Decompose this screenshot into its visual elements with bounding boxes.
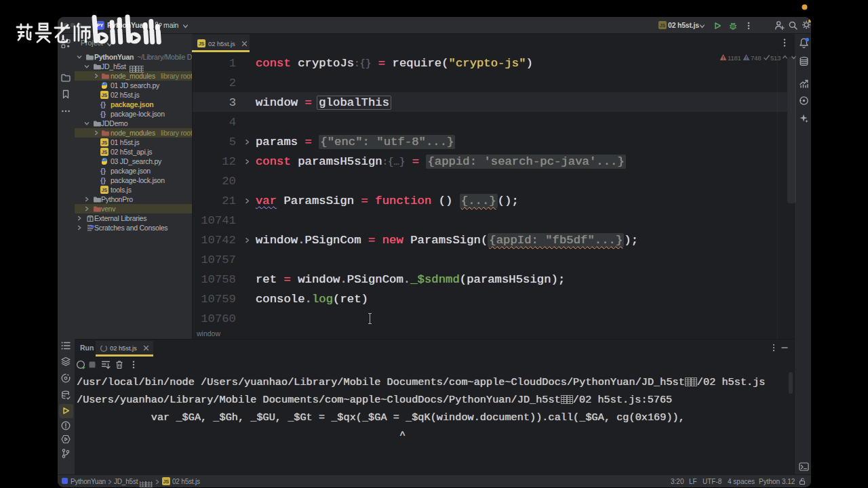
svg-text:JS: JS	[102, 150, 108, 155]
svg-text:JS: JS	[102, 140, 108, 145]
svg-text:JS: JS	[102, 188, 108, 192]
svg-text:JS: JS	[199, 41, 205, 46]
svg-text:JS: JS	[102, 93, 108, 98]
svg-text:JS: JS	[163, 479, 170, 484]
svg-text:JS: JS	[660, 23, 666, 28]
